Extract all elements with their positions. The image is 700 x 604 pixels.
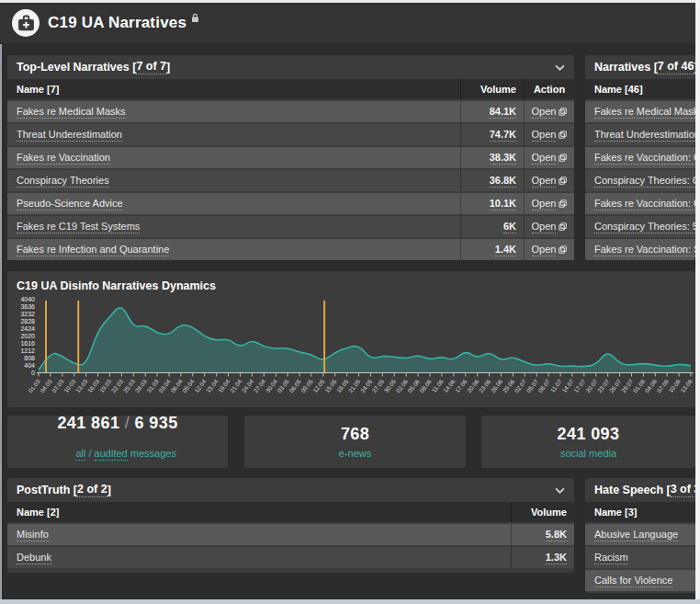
volume-link[interactable]: 1.3K [546,552,567,564]
open-window-icon [559,154,567,162]
narrative-count[interactable]: 2 of 2 [77,483,107,497]
x-axis [37,373,694,377]
chart-title: C19 UA Disinfo Narratives Dynamics [7,271,695,294]
column-header-action: Action [525,79,574,99]
app-logo [12,9,40,37]
narrative-name-link[interactable]: Pseudo-Science Advice [17,198,123,211]
panel-title-label: Top-Level Narratives [17,61,130,74]
narrative-count[interactable]: 7 of 7 [136,60,166,74]
volume-link[interactable]: 36.8K [490,175,516,188]
table-row: Pseudo-Science Advice 10.1K Open [7,193,574,214]
svg-text:30.04: 30.04 [264,378,278,393]
svg-text:12.04: 12.04 [193,378,208,393]
volume-link[interactable]: 6K [503,221,516,234]
volume-link[interactable]: 74.7K [490,129,516,142]
open-link[interactable]: Open [532,198,568,211]
narrative-name-link[interactable]: Fakes re Infection and Quarantine [17,244,169,256]
narrative-name-link[interactable]: Threat Underestimation [17,129,122,142]
window-edge-left [0,44,2,599]
open-link[interactable]: Open [532,175,568,188]
panel-title-label: PostTruth [17,484,70,496]
window-edge-right [695,0,700,604]
svg-text:4040: 4040 [20,296,35,302]
volume-link[interactable]: 84.1K [490,106,516,119]
svg-text:21.05: 21.05 [347,378,362,393]
narrative-name-link[interactable]: Abusive Language [594,529,678,541]
chevron-down-icon[interactable] [555,64,565,71]
svg-text:29.07: 29.07 [620,378,635,393]
table-row: Fakes re Vaccination 38.3K Open [7,147,574,168]
svg-text:20.06: 20.06 [466,378,480,393]
window-edge-top [0,0,700,3]
stat-value: 241 861 / 6 935 [57,414,177,433]
panel-posttruth: PostTruth [2 of 2] Name [2] Volume Misin… [7,478,574,573]
svg-text:23.06: 23.06 [478,378,492,393]
audited-messages-link[interactable]: audited [95,448,128,461]
svg-text:10.08: 10.08 [667,378,682,393]
volume-link[interactable]: 10.1K [490,198,516,211]
stat-box-all-audited: 241 861 / 6 935 all / audited messages [7,416,228,468]
open-window-icon [559,177,567,185]
volume-link[interactable]: 5.8K [546,529,567,541]
area-fill [39,308,691,372]
svg-text:04.08: 04.08 [644,378,659,393]
table-row: Fakes re Vaccination: Specia [585,239,695,260]
narrative-name-link[interactable]: Racism [594,552,628,564]
open-link[interactable]: Open [532,244,568,256]
narrative-name-link[interactable]: Fakes re Vaccination: Specia [594,244,695,256]
column-header-name: Name [46] [585,79,695,99]
svg-text:26.07: 26.07 [608,378,623,393]
open-link[interactable]: Open [532,129,568,142]
volume-link[interactable]: 1.4K [495,244,516,256]
narrative-name-link[interactable]: Debunk [17,552,51,564]
svg-text:01.08: 01.08 [632,378,647,393]
narrative-name-link[interactable]: Fakes re Vaccination [17,152,110,165]
svg-text:0: 0 [31,370,35,376]
svg-text:09.05: 09.05 [299,378,314,393]
open-link[interactable]: Open [532,106,568,119]
narrative-name-link[interactable]: Fakes re C19 Test Systems [17,221,140,234]
narrative-name-link[interactable]: Conspiracy Theories: COVID [594,175,695,188]
svg-text:18.05: 18.05 [335,378,350,393]
open-window-icon [559,222,567,231]
narrative-count[interactable]: 7 of 46 [658,60,694,74]
svg-text:05.06: 05.06 [406,378,421,393]
svg-text:21.04: 21.04 [229,378,243,393]
all-messages-link[interactable]: all [75,448,85,461]
column-header-name: Name [3] [585,502,695,522]
narrative-name-link[interactable]: Conspiracy Theories: 5G Tec [594,221,695,234]
svg-text:06.05: 06.05 [288,378,302,393]
panel-title: PostTruth [2 of 2] [7,478,574,502]
open-link[interactable]: Open [532,221,568,234]
column-header-name: Name [7] [7,79,461,99]
narrative-name-link[interactable]: Threat Underestimation: CO [594,129,695,142]
narrative-name-link[interactable]: Conspiracy Theories [17,175,109,188]
svg-text:1212: 1212 [20,348,35,354]
open-link[interactable]: Open [532,152,568,165]
narrative-name-link[interactable]: Misinfo [17,529,49,541]
svg-text:27.05: 27.05 [371,378,386,393]
table-header: Name [2] Volume [7,502,574,522]
panel-title: Hate Speech [3 of 3] [585,478,695,502]
chevron-down-icon[interactable] [555,487,565,494]
svg-text:02.07: 02.07 [514,378,528,393]
table-row: Threat Underestimation: CO [585,124,695,145]
narrative-name-link[interactable]: Fakes re Vaccination: Comp [594,198,695,211]
table-row: Fakes re Vaccination: Comp [585,193,695,214]
svg-text:19.03: 19.03 [98,378,113,393]
svg-text:20.07: 20.07 [584,378,599,393]
narrative-name-link[interactable]: Fakes re Medical Masks: Ma [594,106,695,119]
app-title: C19 UA Narratives [48,14,186,32]
narrative-name-link[interactable]: Fakes re Vaccination: Chip I [594,152,695,165]
stat-label: social media [560,448,616,459]
svg-text:24.05: 24.05 [359,378,374,393]
narrative-name-link[interactable]: Calls for Violence [594,575,672,587]
svg-text:1616: 1616 [20,340,35,347]
table-header: Name [7] Volume Action [7,79,574,99]
narrative-count[interactable]: 3 of 3 [671,483,695,497]
svg-text:06.04: 06.04 [169,378,184,393]
table-row: Calls for Violence [585,570,695,591]
svg-text:404: 404 [24,362,35,369]
volume-link[interactable]: 38.3K [490,152,516,165]
narrative-name-link[interactable]: Fakes re Medical Masks [17,106,126,119]
